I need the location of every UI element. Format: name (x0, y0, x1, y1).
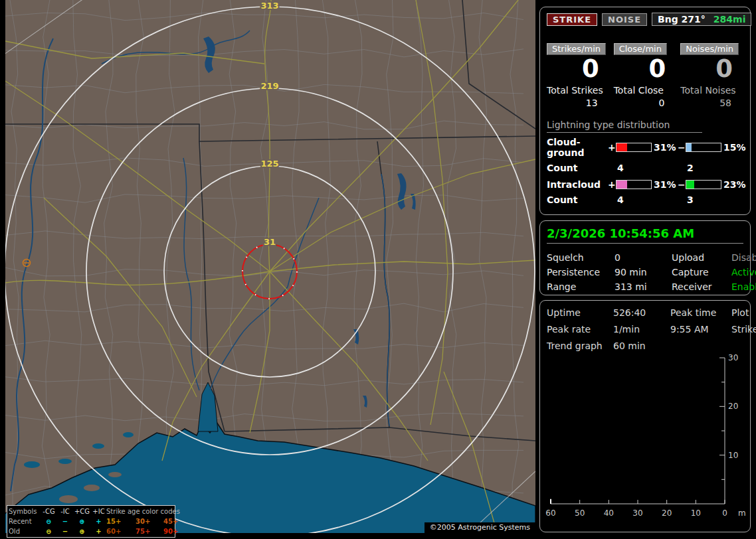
pos-cg-old-icon: ⊕ (73, 526, 91, 536)
total-noises-value: 58 (680, 98, 743, 108)
peak-rate-value: 1/min (613, 324, 670, 335)
cg-minus-pct: 15% (723, 142, 745, 153)
bearing-distance: 284mi (713, 14, 746, 25)
svg-text:0: 0 (722, 508, 727, 518)
cg-minus-count: 2 (686, 163, 723, 173)
count-label: Count (547, 194, 608, 205)
cg-plus-pct: 31% (654, 142, 678, 153)
cg-minus-bar (686, 143, 721, 152)
legend-recent-label: Recent (9, 516, 41, 526)
status-panel: 2/3/2026 10:54:56 AM Squelch 0 Upload Di… (539, 220, 751, 295)
strikes-counter: Strikes/min 0 Total Strikes 13 (547, 42, 610, 108)
count-label: Count (547, 163, 608, 173)
pos-cg-recent-icon: ⊕ (73, 516, 91, 526)
upload-label: Upload (672, 252, 731, 263)
strikes-per-min-chip[interactable]: Strikes/min (547, 43, 606, 55)
intracloud-count-row: Count 4 3 (547, 194, 743, 205)
info-grid: Uptime 526:40 Peak time Plot Peak rate 1… (547, 307, 743, 335)
ic-plus-pct: 31% (654, 179, 678, 190)
total-strikes-value: 13 (547, 98, 610, 108)
ic-plus-count: 4 (616, 194, 654, 205)
range-label: Range (547, 281, 614, 292)
trend-panel: Uptime 526:40 Peak time Plot Peak rate 1… (539, 300, 751, 532)
minus-sign: − (678, 142, 686, 153)
minus-sign: − (678, 179, 686, 190)
cloud-ground-label: Cloud-ground (547, 137, 608, 158)
neg-ic-recent-icon: − (57, 516, 73, 526)
strike-button[interactable]: STRIKE (547, 13, 597, 26)
cg-plus-bar (616, 143, 652, 152)
close-per-min-chip[interactable]: Close/min (614, 43, 667, 55)
pos-ic-old-icon: + (91, 526, 106, 536)
distribution-title: Lightning type distribution (547, 119, 702, 133)
plot-value: Strike (731, 324, 756, 335)
ic-minus-bar-fill (686, 181, 694, 189)
symbol-legend: Symbols -CG -IC +CG +IC Strike age color… (7, 505, 175, 538)
svg-text:30: 30 (728, 353, 738, 362)
plus-sign: + (608, 179, 616, 190)
svg-text:50: 50 (575, 508, 585, 518)
age-30: 30+ (136, 516, 163, 526)
total-close-value: 0 (614, 98, 677, 108)
age-75: 75+ (136, 526, 163, 536)
ic-minus-count: 3 (686, 194, 723, 205)
svg-text:20: 20 (662, 508, 672, 518)
copyright-notice: ©2005 Astrogenic Systems (425, 522, 535, 533)
svg-text:min: min (738, 508, 746, 518)
plot-label: Plot (731, 307, 756, 318)
trend-graph-window: 60 min (613, 341, 743, 351)
datetime-display: 2/3/2026 10:54:56 AM (547, 226, 743, 244)
legend-age-header: Strike age color codes (106, 506, 193, 516)
cg-plus-bar-fill (616, 143, 627, 151)
cloud-ground-row: Cloud-ground + 31% − 15% (547, 137, 743, 158)
age-90: 90+ (163, 526, 193, 536)
peak-rate-label: Peak rate (547, 324, 613, 335)
close-counter: Close/min 0 Total Close 0 (614, 42, 677, 108)
capture-label: Capture (672, 267, 731, 277)
uptime-value: 526:40 (613, 307, 670, 318)
trend-chart: 6050403020100min302010 (545, 352, 746, 530)
svg-text:10: 10 (728, 451, 738, 460)
mode-button-row: STRIKE NOISE Bng 271°284mi (547, 13, 743, 26)
uptime-label: Uptime (547, 307, 613, 318)
age-60: 60+ (106, 526, 136, 536)
bearing-badge: Bng 271°284mi (652, 13, 751, 26)
counters-row: Strikes/min 0 Total Strikes 13 Close/min… (547, 42, 743, 108)
trend-graph-label: Trend graph (547, 341, 613, 351)
total-close-label: Total Close (614, 85, 677, 96)
close-per-min-value: 0 (614, 55, 677, 84)
receiver-value: Enabled (731, 281, 756, 292)
trend-graph-row: Trend graph 60 min (547, 341, 743, 351)
total-noises-label: Total Noises (680, 85, 743, 96)
noise-button[interactable]: NOISE (602, 13, 647, 26)
trend-chart-svg: 6050403020100min302010 (545, 352, 746, 528)
intracloud-label: Intracloud (547, 179, 608, 190)
legend-old-label: Old (9, 526, 41, 536)
ic-minus-bar (686, 180, 721, 189)
neg-cg-old-icon: ⊖ (41, 526, 57, 536)
noises-per-min-chip[interactable]: Noises/min (680, 43, 739, 55)
status-grid: Squelch 0 Upload Disabled Persistence 90… (547, 252, 743, 292)
ring-label-219: 219 (260, 81, 278, 91)
cg-plus-count: 4 (616, 163, 654, 173)
svg-text:60: 60 (545, 508, 555, 518)
legend-col-pos-ic: +IC (91, 506, 106, 516)
svg-text:40: 40 (604, 508, 614, 518)
persistence-label: Persistence (547, 267, 614, 277)
strike-stats-panel: STRIKE NOISE Bng 271°284mi Strikes/min 0… (539, 7, 751, 215)
receiver-label: Receiver (672, 281, 731, 292)
svg-text:10: 10 (691, 508, 701, 518)
strikes-per-min-value: 0 (547, 55, 610, 84)
legend-symbols-header: Symbols (9, 506, 41, 516)
upload-value: Disabled (731, 252, 756, 263)
map-canvas[interactable]: 313 219 125 31 Symbols -CG -IC +CG +IC S… (5, 0, 535, 533)
bearing-label: Bng 271° (658, 14, 706, 25)
ring-label-125: 125 (260, 159, 278, 169)
neg-ic-old-icon: − (57, 526, 73, 536)
ic-plus-bar-fill (616, 181, 627, 189)
neg-cg-recent-icon: ⊖ (41, 516, 57, 526)
legend-col-pos-cg: +CG (73, 506, 91, 516)
age-15: 15+ (106, 516, 136, 526)
noises-per-min-value: 0 (680, 55, 743, 84)
range-value: 313 mi (614, 281, 672, 292)
